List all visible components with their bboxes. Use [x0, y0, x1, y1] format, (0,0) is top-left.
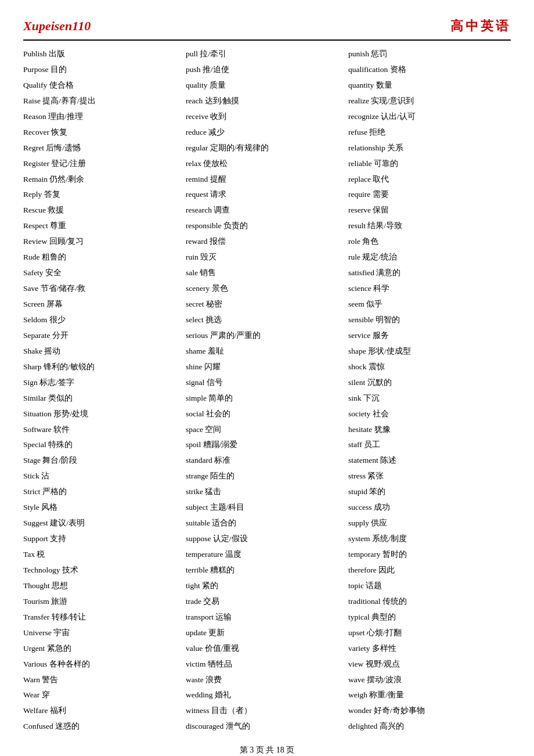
- word-item: receive 收到: [186, 110, 348, 124]
- word-item: typical 典型的: [348, 611, 511, 624]
- word-item: refuse 拒绝: [348, 126, 511, 139]
- word-item: temperature 温度: [186, 548, 348, 561]
- word-item: witness 目击（者）: [186, 704, 348, 718]
- word-item: wedding 婚礼: [186, 689, 348, 702]
- word-item: recognize 认出/认可: [348, 110, 511, 124]
- word-item: Various 各种各样的: [23, 658, 186, 671]
- word-item: topic 话题: [348, 579, 511, 593]
- word-item: Stick 沾: [23, 470, 186, 483]
- word-item: upset 心烦/打翻: [348, 627, 511, 640]
- word-item: weigh 称重/衡量: [348, 689, 511, 702]
- word-item: Qualify 使合格: [23, 79, 186, 92]
- word-item: sink 下沉: [348, 392, 511, 405]
- word-item: Review 回顾/复习: [23, 235, 186, 249]
- word-item: remind 提醒: [186, 173, 348, 186]
- word-item: shame 羞耻: [186, 345, 348, 358]
- word-item: role 角色: [348, 235, 511, 249]
- word-item: Tax 税: [23, 548, 186, 561]
- word-item: Wear 穿: [23, 689, 186, 702]
- word-item: simple 简单的: [186, 392, 348, 405]
- word-item: variety 多样性: [348, 642, 511, 656]
- word-item: qualification 资格: [348, 63, 511, 77]
- word-item: terrible 糟糕的: [186, 564, 348, 577]
- word-item: serious 严肃的/严重的: [186, 329, 348, 343]
- book-title: 高中英语: [450, 17, 511, 35]
- word-item: relax 使放松: [186, 157, 348, 171]
- site-title: Xupeisen110: [23, 19, 91, 34]
- word-item: tight 紧的: [186, 579, 348, 593]
- word-item: stress 紧张: [348, 470, 511, 483]
- word-item: Suggest 建议/表明: [23, 517, 186, 530]
- word-item: Shake 摇动: [23, 345, 186, 358]
- word-item: Welfare 福利: [23, 704, 186, 718]
- word-item: Transfer 转移/转让: [23, 611, 186, 624]
- word-item: reduce 减少: [186, 126, 348, 139]
- word-item: wonder 好奇/奇妙事物: [348, 704, 511, 718]
- word-item: delighted 高兴的: [348, 720, 511, 733]
- word-item: stupid 笨的: [348, 485, 511, 499]
- word-item: satisfied 满意的: [348, 267, 511, 280]
- word-item: result 结果/导致: [348, 219, 511, 233]
- word-item: Respect 尊重: [23, 219, 186, 233]
- word-item: Thought 思想: [23, 579, 186, 593]
- word-item: Seldom 很少: [23, 314, 186, 327]
- word-item: reward 报偿: [186, 235, 348, 249]
- word-item: Strict 严格的: [23, 485, 186, 499]
- word-item: Reply 答复: [23, 188, 186, 201]
- word-item: temporary 暂时的: [348, 548, 511, 561]
- word-item: statement 陈述: [348, 454, 511, 467]
- word-item: ruin 毁灭: [186, 251, 348, 264]
- word-item: Rescue 救援: [23, 204, 186, 217]
- word-item: trade 交易: [186, 595, 348, 609]
- word-item: Separate 分开: [23, 329, 186, 343]
- word-item: Similar 类似的: [23, 392, 186, 405]
- word-item: reliable 可靠的: [348, 157, 511, 171]
- word-item: waste 浪费: [186, 674, 348, 687]
- word-item: Special 特殊的: [23, 438, 186, 452]
- page-header: Xupeisen110 高中英语: [23, 17, 511, 41]
- word-item: strike 猛击: [186, 485, 348, 499]
- word-item: Confused 迷惑的: [23, 720, 186, 733]
- word-item: Tourism 旅游: [23, 595, 186, 609]
- word-item: require 需要: [348, 188, 511, 201]
- word-item: Style 风格: [23, 501, 186, 514]
- word-item: standard 标准: [186, 454, 348, 467]
- word-item: suppose 认定/假设: [186, 532, 348, 546]
- word-item: Technology 技术: [23, 564, 186, 577]
- word-item: Warn 警告: [23, 674, 186, 687]
- word-item: Sharp 锋利的/敏锐的: [23, 361, 186, 374]
- word-item: push 推/迫使: [186, 63, 348, 77]
- word-item: sensible 明智的: [348, 314, 511, 327]
- word-item: silent 沉默的: [348, 376, 511, 390]
- word-item: value 价值/重视: [186, 642, 348, 656]
- word-item: spoil 糟蹋/溺爱: [186, 438, 348, 452]
- word-item: request 请求: [186, 188, 348, 201]
- word-item: signal 信号: [186, 376, 348, 390]
- word-item: rule 规定/统治: [348, 251, 511, 264]
- word-item: system 系统/制度: [348, 532, 511, 546]
- word-item: traditional 传统的: [348, 595, 511, 609]
- word-item: Urgent 紧急的: [23, 642, 186, 656]
- word-item: therefore 因此: [348, 564, 511, 577]
- word-item: shock 震惊: [348, 361, 511, 374]
- word-item: discouraged 泄气的: [186, 720, 348, 733]
- word-item: Register 登记/注册: [23, 157, 186, 171]
- word-item: punish 惩罚: [348, 48, 511, 61]
- word-item: realize 实现/意识到: [348, 95, 511, 108]
- word-item: Regret 后悔/遗憾: [23, 142, 186, 155]
- word-item: reach 达到/触摸: [186, 95, 348, 108]
- word-item: Stage 舞台/阶段: [23, 454, 186, 467]
- word-item: social 社会的: [186, 408, 348, 421]
- word-item: hesitate 犹豫: [348, 423, 511, 437]
- word-item: reserve 保留: [348, 204, 511, 217]
- word-item: subject 主题/科目: [186, 501, 348, 514]
- word-item: seem 似乎: [348, 298, 511, 311]
- word-item: Raise 提高/养育/提出: [23, 95, 186, 108]
- word-item: responsible 负责的: [186, 219, 348, 233]
- word-item: pull 拉/牵引: [186, 48, 348, 61]
- word-item: supply 供应: [348, 517, 511, 530]
- word-item: Software 软件: [23, 423, 186, 437]
- word-item: Rude 粗鲁的: [23, 251, 186, 264]
- word-item: secret 秘密: [186, 298, 348, 311]
- word-item: shape 形状/使成型: [348, 345, 511, 358]
